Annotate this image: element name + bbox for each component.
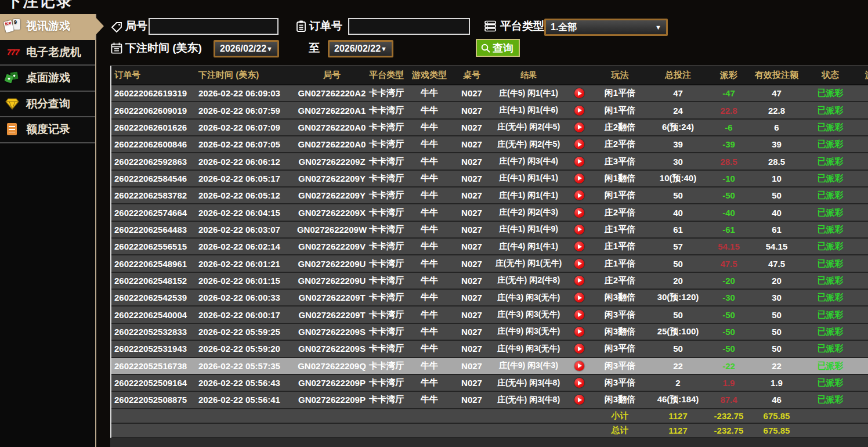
table-row[interactable]: 2602220625565152026-02-22 06:02:14GN0272… xyxy=(111,239,868,255)
date-to-select[interactable]: 2026/02/22 ▼ xyxy=(328,40,393,57)
play-button-cell xyxy=(566,120,592,135)
play-button[interactable] xyxy=(574,344,584,354)
cell-payout: -30 xyxy=(708,290,749,305)
cell-game-type: 牛牛 xyxy=(406,375,453,391)
column-header: 游戏类型 xyxy=(406,66,453,84)
play-button[interactable] xyxy=(574,276,584,286)
column-header: 下注时间 (美东) xyxy=(196,66,297,84)
sidebar-item-table-games[interactable]: 桌面游戏 xyxy=(0,66,95,92)
play-button[interactable] xyxy=(574,378,584,388)
cell-order-id: 260222062619319 xyxy=(111,85,196,101)
play-button-cell xyxy=(566,358,592,374)
search-button[interactable]: 查询 xyxy=(476,39,520,57)
play-button[interactable] xyxy=(574,208,584,218)
table-row[interactable]: 2602220625928632026-02-22 06:06:12GN0272… xyxy=(111,153,868,170)
play-button-cell xyxy=(566,409,592,423)
table-header-row: 订单号下注时间 (美东)局号平台类型游戏类型桌号结果玩法总投注派彩有效投注额状态… xyxy=(111,66,868,85)
table-row[interactable]: 2602220625489612026-02-22 06:01:21GN0272… xyxy=(111,255,868,272)
cell-total-bet: 24 xyxy=(648,102,708,118)
table-row[interactable]: 2602220625400042026-02-22 06:00:17GN0272… xyxy=(111,307,868,323)
play-button[interactable] xyxy=(574,225,584,235)
cell-valid-bet: 22 xyxy=(749,358,804,374)
cell-status: 已派彩 xyxy=(804,307,856,322)
cell-game xyxy=(856,424,868,437)
cell-bet-time: 2026-02-22 06:01:15 xyxy=(196,273,297,289)
date-from-select[interactable]: 2026/02/22 ▼ xyxy=(214,40,279,57)
cell-order-id: 260222052531943 xyxy=(111,341,196,356)
cell-play-method: 闲1翻倍 xyxy=(592,171,648,186)
play-button[interactable] xyxy=(574,361,584,371)
table-row[interactable]: 2602220525088752026-02-22 05:56:41GN0272… xyxy=(111,392,868,409)
table-row[interactable]: 2602220625644832026-02-22 06:03:07GN0272… xyxy=(111,222,868,239)
bet-time-label: 下注时间 (美东) xyxy=(125,41,202,56)
order-number-input[interactable] xyxy=(348,18,470,35)
table-row[interactable]: 2602220525328332026-02-22 05:59:25GN0272… xyxy=(111,324,868,341)
cell-total-bet: 2 xyxy=(648,375,708,391)
table-row[interactable]: 2602220625481522026-02-22 06:01:15GN0272… xyxy=(111,273,868,290)
cell-game xyxy=(856,273,868,289)
play-button[interactable] xyxy=(574,106,584,116)
play-button-cell xyxy=(566,290,592,305)
cell-payout: -61 xyxy=(708,222,749,237)
cell-total-bet: 61 xyxy=(648,222,708,237)
play-button-cell xyxy=(566,324,592,340)
play-button[interactable] xyxy=(574,88,584,98)
cell-game-type: 牛牛 xyxy=(406,273,453,289)
cell-game xyxy=(856,307,868,322)
cell-valid-bet: 46 xyxy=(749,392,804,408)
table-row[interactable]: 2602220626008462026-02-22 06:07:05GN0272… xyxy=(111,136,868,153)
table-row[interactable]: 2602220525091642026-02-22 05:56:43GN0272… xyxy=(111,375,868,392)
sidebar-item-label: 积分查询 xyxy=(26,96,70,111)
cell-game xyxy=(856,239,868,254)
cell-platform-type: 卡卡湾厅 xyxy=(367,222,406,237)
cell-play-method: 庄2平倍 xyxy=(592,136,648,152)
cell-platform-type: 卡卡湾厅 xyxy=(367,255,406,271)
cell-table-no: N027 xyxy=(453,85,491,101)
play-button[interactable] xyxy=(574,190,584,200)
cell-bet-time: 2026-02-22 05:56:41 xyxy=(196,392,297,408)
play-button[interactable] xyxy=(574,157,584,167)
sidebar-item-points-query[interactable]: 积分查询 xyxy=(0,92,95,118)
play-button[interactable] xyxy=(574,293,584,302)
round-number-input[interactable] xyxy=(149,18,279,35)
play-button[interactable] xyxy=(574,241,584,251)
column-header: 平台类型 xyxy=(367,66,406,84)
cell-total-bet: 25(预:100) xyxy=(648,324,708,340)
platform-type-select[interactable]: 1.全部 ▼ xyxy=(544,19,668,36)
sidebar-item-quota-records[interactable]: 额度记录 xyxy=(0,117,95,143)
cell-result: 庄(牛3) 闲3(无牛) xyxy=(491,307,566,322)
order-number-label: 订单号 xyxy=(309,19,342,34)
play-button[interactable] xyxy=(574,139,584,149)
table-row[interactable]: 2602220625425392026-02-22 06:00:33GN0272… xyxy=(111,290,868,307)
table-row[interactable]: 2602220525319432026-02-22 05:59:20GN0272… xyxy=(111,341,868,358)
table-row[interactable]: 2602220626193192026-02-22 06:09:03GN0272… xyxy=(111,85,868,102)
table-row[interactable]: 2602220626016262026-02-22 06:07:09GN0272… xyxy=(111,120,868,136)
cell-payout: -50 xyxy=(708,324,749,340)
play-button[interactable] xyxy=(574,395,584,405)
cell-platform-type: 卡卡湾厅 xyxy=(367,239,406,254)
cell-round-id: GN0272622209U xyxy=(297,255,367,271)
table-row[interactable]: 2602220525167382026-02-22 05:57:35GN0272… xyxy=(111,358,868,375)
play-button[interactable] xyxy=(574,259,584,269)
table-row[interactable]: 2602220625837822026-02-22 06:05:12GN0272… xyxy=(111,188,868,204)
cell-bet-time: 2026-02-22 06:03:07 xyxy=(196,222,297,237)
cell-platform-type: 卡卡湾厅 xyxy=(367,188,406,203)
table-row[interactable]: 2602220625746642026-02-22 06:04:15GN0272… xyxy=(111,204,868,221)
cell-game xyxy=(856,153,868,169)
play-button[interactable] xyxy=(574,327,584,337)
cell-valid-bet: 39 xyxy=(749,136,804,152)
table-row[interactable]: 2602220626090192026-02-22 06:07:59GN0272… xyxy=(111,102,868,119)
cell-play-method: 闲3翻倍 xyxy=(592,290,648,305)
sidebar-item-video-games[interactable]: 9K♥ 视讯游戏 xyxy=(0,14,95,40)
play-button[interactable] xyxy=(574,174,584,183)
cell-game-type: 牛牛 xyxy=(406,255,453,271)
sidebar-item-slots[interactable]: 777 电子老虎机 xyxy=(0,40,95,66)
table-row[interactable]: 2602220625845462026-02-22 06:05:17GN0272… xyxy=(111,171,868,188)
cell-payout: -50 xyxy=(708,307,749,322)
cell-total-bet: 6(预:24) xyxy=(648,120,708,135)
cell-order-id: 260222062609019 xyxy=(111,102,196,118)
play-button-cell xyxy=(566,273,592,289)
play-button[interactable] xyxy=(574,122,584,132)
column-header: 玩法 xyxy=(592,66,648,84)
play-button[interactable] xyxy=(574,310,584,320)
